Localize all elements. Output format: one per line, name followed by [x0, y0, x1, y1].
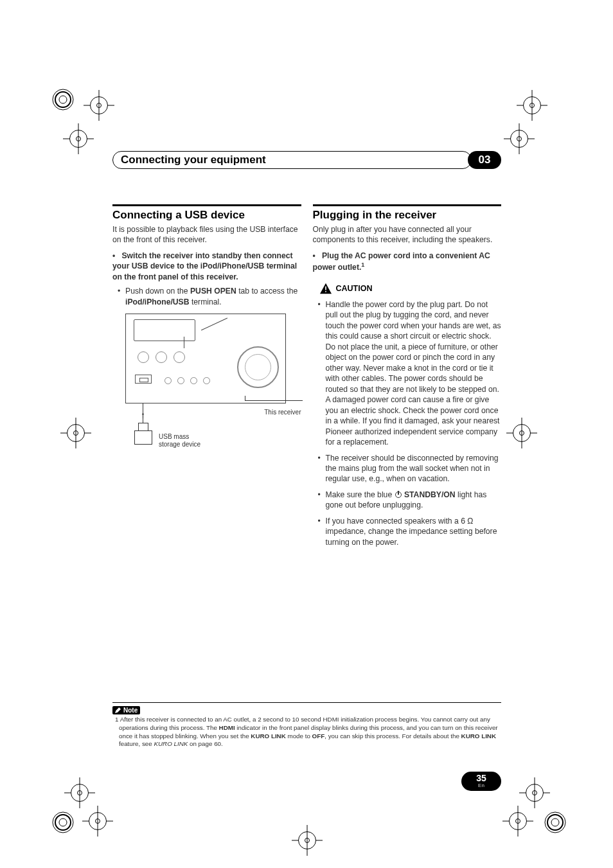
page-number: 35	[476, 774, 486, 783]
right-column: Plugging in the receiver Only plug in af…	[313, 204, 502, 554]
svg-point-1	[55, 92, 71, 107]
figure-label-usb-line1: USB mass	[159, 433, 189, 440]
pencil-icon	[115, 707, 121, 713]
crosshair-icon	[63, 123, 94, 154]
caution-item: The receiver should be disconnected by r…	[326, 453, 502, 484]
crosshair-icon	[517, 90, 547, 121]
plug-intro: Only plug in after you have connected al…	[313, 224, 502, 245]
page-number-badge: 35 En	[461, 772, 501, 791]
svg-point-4	[55, 815, 71, 830]
caution-label: CAUTION	[336, 284, 373, 293]
footnote-text: 1 After this receiver is connected to an…	[112, 716, 501, 748]
svg-point-2	[59, 96, 67, 103]
svg-rect-10	[325, 291, 326, 292]
plug-step: • Plug the AC power cord into a convenie…	[313, 251, 502, 273]
text: Make sure the blue	[326, 490, 395, 499]
section-title: Connecting your equipment	[112, 151, 472, 169]
plug-heading: Plugging in the receiver	[313, 209, 502, 222]
crosshair-icon	[519, 777, 550, 808]
arrow-up-icon: ↑	[141, 410, 145, 420]
warning-triangle-icon	[319, 283, 332, 294]
svg-point-5	[59, 819, 67, 826]
page-lang: En	[478, 783, 484, 789]
registration-mark-icon	[50, 87, 76, 112]
section-header: Connecting your equipment 03	[112, 151, 501, 169]
caution-item: If you have connected speakers with a 6 …	[326, 516, 502, 547]
crosshair-icon	[82, 806, 113, 837]
figure-label-receiver: This receiver	[264, 409, 301, 416]
registration-mark-icon	[542, 810, 568, 835]
crosshair-icon	[60, 418, 91, 448]
caution-item: Handle the power cord by the plug part. …	[326, 299, 502, 448]
note-badge: Note	[112, 706, 140, 714]
bullet-icon: •	[313, 251, 315, 260]
crosshair-icon	[84, 90, 114, 121]
caution-item: Make sure the blue STANDBY/ON light has …	[326, 490, 502, 511]
left-column: Connecting a USB device It is possible t…	[112, 204, 301, 554]
caution-list: Handle the power cord by the plug part. …	[313, 299, 502, 547]
usb-heading: Connecting a USB device	[112, 209, 301, 222]
crosshair-icon	[506, 418, 537, 448]
receiver-illustration	[125, 314, 286, 403]
usb-figure: ↑ This receiver USB mass storage device	[125, 314, 301, 461]
registration-mark-icon	[50, 810, 76, 835]
push-open-label: PUSH OPEN	[190, 287, 236, 296]
usb-sub-bullets: Push down on the PUSH OPEN tab to access…	[112, 286, 301, 307]
text: Push down on the	[125, 287, 190, 296]
crosshair-icon	[502, 806, 533, 837]
terminal-label: iPod/iPhone/USB	[125, 297, 190, 306]
usb-sub-item: Push down on the PUSH OPEN tab to access…	[125, 286, 301, 307]
text: tab to access the	[236, 287, 298, 296]
note-label: Note	[123, 707, 138, 714]
figure-label-usb-line2: storage device	[159, 441, 200, 448]
section-number-badge: 03	[468, 151, 501, 169]
caution-heading: CAUTION	[319, 283, 502, 294]
footnote-ref: 1	[361, 261, 364, 268]
page-content: Connecting your equipment 03 Connecting …	[112, 151, 501, 793]
svg-rect-9	[325, 287, 326, 290]
standby-label: STANDBY/ON	[404, 490, 456, 499]
power-icon	[395, 492, 402, 498]
svg-point-7	[547, 815, 563, 830]
text: terminal.	[190, 297, 222, 306]
heading-rule	[112, 204, 301, 206]
plug-step-text: Plug the AC power cord into a convenient…	[313, 251, 490, 272]
usb-step: • Switch the receiver into standby then …	[112, 251, 301, 282]
crosshair-icon	[504, 123, 535, 154]
bullet-icon: •	[112, 251, 115, 260]
crosshair-icon	[64, 777, 95, 808]
svg-point-8	[551, 819, 559, 826]
crosshair-icon	[292, 825, 323, 856]
footnote-section: Note 1 After this receiver is connected …	[112, 702, 501, 748]
heading-rule	[313, 204, 502, 206]
usb-step-text: Switch the receiver into standby then co…	[112, 251, 297, 281]
usb-intro: It is possible to playback files using t…	[112, 224, 301, 245]
